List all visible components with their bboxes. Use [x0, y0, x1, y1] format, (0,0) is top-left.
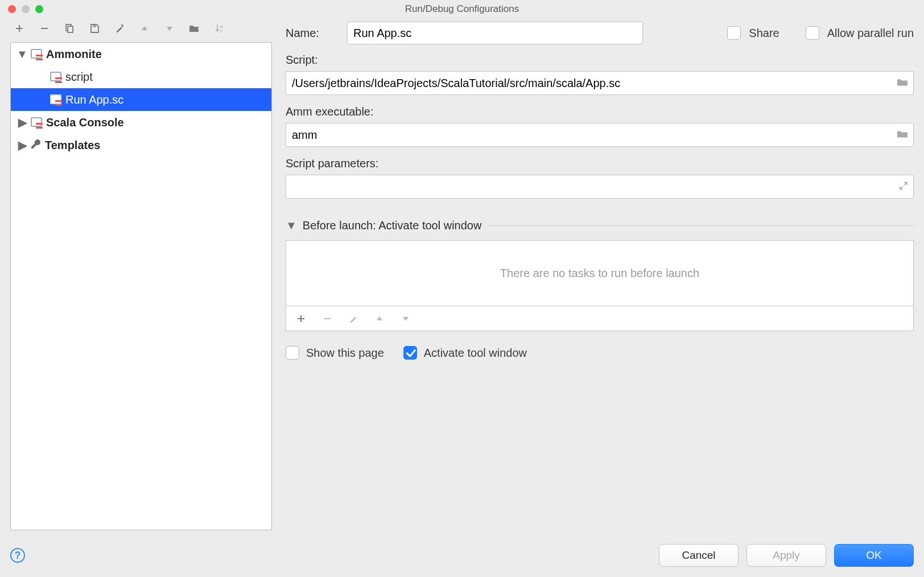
- sort-button[interactable]: az: [214, 23, 225, 34]
- show-page-checkbox[interactable]: [286, 346, 299, 360]
- tree-label: Templates: [45, 139, 100, 152]
- config-icon: [50, 72, 62, 82]
- activate-tool-checkbox[interactable]: [403, 346, 417, 360]
- cancel-button[interactable]: Cancel: [659, 544, 739, 567]
- task-up-button[interactable]: [374, 313, 385, 324]
- copy-config-button[interactable]: [64, 23, 75, 34]
- name-input[interactable]: [347, 22, 643, 44]
- tree-label: Scala Console: [46, 116, 124, 129]
- tree-node-ammonite[interactable]: ▼ Ammonite: [11, 43, 271, 65]
- remove-config-button[interactable]: [39, 23, 50, 34]
- titlebar: Run/Debug Configurations: [0, 0, 924, 18]
- config-icon: [50, 94, 62, 105]
- tree-label: Ammonite: [46, 48, 102, 61]
- svg-rect-1: [68, 26, 73, 32]
- help-button[interactable]: ?: [10, 548, 25, 563]
- before-launch-tasks[interactable]: There are no tasks to run before launch: [286, 240, 914, 306]
- amm-input[interactable]: [286, 123, 914, 147]
- edit-task-button[interactable]: [348, 313, 359, 324]
- activate-tool-label: Activate tool window: [424, 347, 527, 360]
- tree-node-scala-console[interactable]: ▶ Scala Console: [11, 111, 271, 134]
- window-title: Run/Debug Configurations: [0, 3, 924, 15]
- chevron-down-icon[interactable]: ▼: [286, 219, 297, 232]
- apply-button[interactable]: Apply: [746, 544, 826, 567]
- config-tree[interactable]: ▼ Ammonite script Run App.sc ▶ Scala Con…: [10, 42, 272, 530]
- tree-label: script: [65, 71, 93, 84]
- svg-point-3: [121, 24, 123, 27]
- parallel-label: Allow parallel run: [827, 27, 914, 40]
- add-task-button[interactable]: [295, 313, 307, 324]
- tree-label: Run App.sc: [65, 93, 123, 106]
- before-launch-label: Before launch: Activate tool window: [303, 219, 482, 232]
- amm-label: Amm executable:: [286, 105, 914, 118]
- edit-defaults-button[interactable]: [114, 23, 125, 34]
- tree-node-script[interactable]: script: [11, 65, 271, 88]
- chevron-down-icon: ▼: [18, 48, 27, 61]
- task-down-button[interactable]: [400, 313, 411, 324]
- browse-folder-icon[interactable]: [897, 77, 908, 90]
- script-label: Script:: [286, 53, 914, 67]
- tree-node-templates[interactable]: ▶ Templates: [11, 134, 271, 156]
- folder-button[interactable]: [189, 23, 200, 34]
- tree-node-run-app[interactable]: Run App.sc: [11, 88, 271, 111]
- share-label: Share: [749, 27, 779, 40]
- show-page-label: Show this page: [306, 347, 384, 360]
- tasks-empty-text: There are no tasks to run before launch: [500, 267, 699, 280]
- parallel-checkbox[interactable]: [806, 26, 819, 40]
- config-toolbar: az: [10, 18, 272, 42]
- svg-rect-2: [93, 24, 96, 27]
- before-launch-toolbar: [286, 306, 914, 331]
- add-config-button[interactable]: [14, 23, 25, 34]
- name-label: Name:: [286, 27, 331, 40]
- remove-task-button[interactable]: [321, 313, 333, 324]
- config-icon: [30, 49, 43, 59]
- wrench-icon: [30, 138, 42, 153]
- params-label: Script parameters:: [286, 157, 914, 170]
- divider: [487, 225, 914, 226]
- params-input[interactable]: [286, 175, 914, 199]
- config-icon: [30, 117, 43, 127]
- share-checkbox[interactable]: [727, 26, 741, 40]
- ok-button[interactable]: OK: [834, 544, 914, 567]
- svg-text:z: z: [220, 28, 222, 34]
- chevron-right-icon: ▶: [18, 116, 27, 129]
- script-input[interactable]: [286, 71, 914, 95]
- expand-field-icon[interactable]: [899, 180, 908, 193]
- chevron-right-icon: ▶: [18, 138, 27, 152]
- move-down-button[interactable]: [164, 23, 175, 34]
- save-config-button[interactable]: [89, 23, 100, 34]
- browse-folder-icon[interactable]: [897, 129, 908, 142]
- move-up-button[interactable]: [139, 23, 150, 34]
